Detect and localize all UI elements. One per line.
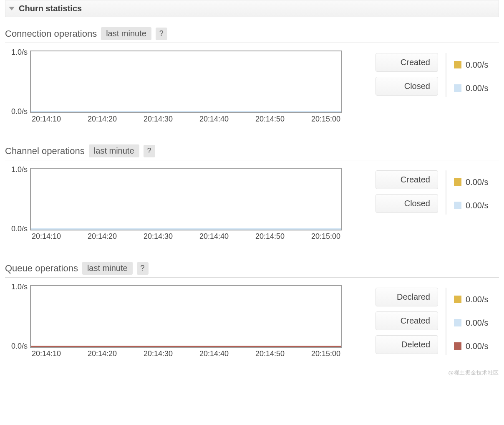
legend-value: 0.00/s <box>466 60 499 70</box>
legend-divider <box>446 53 446 97</box>
queue-ops-block: 1.0/s 0.0/s 20:14:10 20:14:20 20:14:30 2… <box>5 285 499 358</box>
legend-value-row: 0.00/s <box>454 173 499 191</box>
legend-value-row: 0.00/s <box>454 337 499 355</box>
legend-series-created[interactable]: Created <box>375 311 438 330</box>
queue-ops-header: Queue operations last minute ? <box>5 262 499 278</box>
y-axis-min: 0.0/s <box>11 342 28 351</box>
legend-value-row: 0.00/s <box>454 290 499 309</box>
chart-baseline <box>31 346 341 347</box>
legend-value-row: 0.00/s <box>454 314 499 332</box>
chart-baseline <box>31 111 341 112</box>
y-axis-max: 1.0/s <box>11 48 28 57</box>
legend-value: 0.00/s <box>466 318 499 328</box>
chevron-down-icon <box>9 7 15 10</box>
watermark: @稀土掘金技术社区 <box>448 369 499 377</box>
queue-ops-range-selector[interactable]: last minute <box>82 262 133 275</box>
x-tick: 20:14:20 <box>88 232 117 241</box>
legend-series-closed[interactable]: Closed <box>375 77 438 96</box>
channel-ops-header: Channel operations last minute ? <box>5 144 499 160</box>
color-swatch <box>454 61 461 68</box>
connection-ops-block: 1.0/s 0.0/s 20:14:10 20:14:20 20:14:30 2… <box>5 51 499 124</box>
legend-divider <box>446 170 446 215</box>
connection-ops-title: Connection operations <box>5 28 97 39</box>
legend-value-row: 0.00/s <box>454 196 499 215</box>
x-tick: 20:14:10 <box>32 232 61 241</box>
chart-baseline <box>31 228 341 230</box>
channel-ops-block: 1.0/s 0.0/s 20:14:10 20:14:20 20:14:30 2… <box>5 168 499 241</box>
chart-plot-area <box>30 51 342 113</box>
x-tick: 20:14:40 <box>199 232 229 241</box>
legend-value: 0.00/s <box>466 177 499 187</box>
channel-ops-help-button[interactable]: ? <box>144 145 155 157</box>
connection-ops-header: Connection operations last minute ? <box>5 27 499 43</box>
connection-ops-chart: 1.0/s 0.0/s 20:14:10 20:14:20 20:14:30 2… <box>30 51 342 124</box>
legend-series-closed[interactable]: Closed <box>375 194 438 213</box>
x-tick: 20:15:00 <box>311 349 340 358</box>
legend-value-row: 0.00/s <box>454 79 499 97</box>
queue-ops-help-button[interactable]: ? <box>137 262 149 275</box>
x-tick: 20:14:30 <box>144 115 173 124</box>
color-swatch <box>454 342 461 350</box>
channel-ops-title: Channel operations <box>5 146 85 157</box>
connection-ops-range-selector[interactable]: last minute <box>101 27 151 40</box>
x-tick: 20:14:40 <box>199 349 229 358</box>
x-tick: 20:14:10 <box>32 349 61 358</box>
section-toggle-churn-statistics[interactable]: Churn statistics <box>5 0 499 17</box>
x-tick: 20:14:20 <box>88 115 117 124</box>
x-tick: 20:15:00 <box>311 232 340 241</box>
queue-ops-chart: 1.0/s 0.0/s 20:14:10 20:14:20 20:14:30 2… <box>30 285 342 358</box>
chart-plot-area <box>30 285 342 348</box>
legend-value: 0.00/s <box>466 295 499 304</box>
queue-ops-legend: Declared Created Deleted 0.00/s 0.00/s 0… <box>375 285 499 355</box>
x-axis-ticks: 20:14:10 20:14:20 20:14:30 20:14:40 20:1… <box>30 115 342 124</box>
x-tick: 20:14:20 <box>88 349 117 358</box>
x-tick: 20:14:30 <box>144 349 173 358</box>
y-axis-max: 1.0/s <box>11 165 28 174</box>
x-tick: 20:14:30 <box>144 232 173 241</box>
x-tick: 20:14:50 <box>255 349 285 358</box>
x-tick: 20:15:00 <box>311 115 340 124</box>
legend-series-created[interactable]: Created <box>375 53 438 72</box>
x-axis-ticks: 20:14:10 20:14:20 20:14:30 20:14:40 20:1… <box>30 349 342 358</box>
y-axis-min: 0.0/s <box>11 225 28 233</box>
connection-ops-legend: Created Closed 0.00/s 0.00/s <box>375 51 499 97</box>
color-swatch <box>454 84 461 92</box>
legend-value: 0.00/s <box>466 342 499 351</box>
y-axis-min: 0.0/s <box>11 107 28 116</box>
x-axis-ticks: 20:14:10 20:14:20 20:14:30 20:14:40 20:1… <box>30 232 342 241</box>
color-swatch <box>454 296 461 303</box>
connection-ops-help-button[interactable]: ? <box>156 28 167 40</box>
legend-series-created[interactable]: Created <box>375 170 438 189</box>
x-tick: 20:14:40 <box>199 115 229 124</box>
section-title: Churn statistics <box>19 4 82 13</box>
color-swatch <box>454 319 461 326</box>
legend-value: 0.00/s <box>466 83 499 93</box>
legend-value-row: 0.00/s <box>454 56 499 74</box>
channel-ops-legend: Created Closed 0.00/s 0.00/s <box>375 168 499 215</box>
channel-ops-chart: 1.0/s 0.0/s 20:14:10 20:14:20 20:14:30 2… <box>30 168 342 241</box>
x-tick: 20:14:10 <box>32 115 61 124</box>
channel-ops-range-selector[interactable]: last minute <box>89 144 139 157</box>
legend-divider <box>446 288 446 355</box>
x-tick: 20:14:50 <box>255 232 285 241</box>
chart-plot-area <box>30 168 342 230</box>
color-swatch <box>454 202 461 209</box>
queue-ops-title: Queue operations <box>5 263 78 274</box>
x-tick: 20:14:50 <box>255 115 285 124</box>
legend-series-deleted[interactable]: Deleted <box>375 335 438 354</box>
legend-value: 0.00/s <box>466 201 499 210</box>
legend-series-declared[interactable]: Declared <box>375 288 438 306</box>
y-axis-max: 1.0/s <box>11 283 28 291</box>
color-swatch <box>454 178 461 186</box>
